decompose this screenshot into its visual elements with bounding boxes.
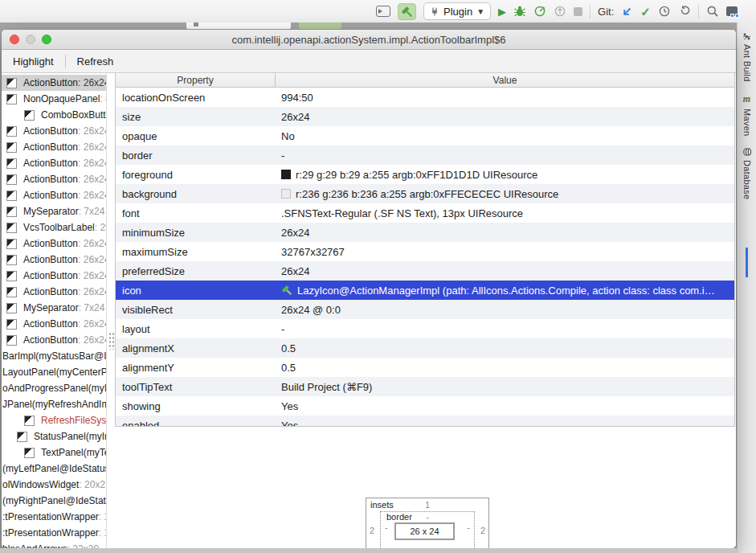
zoom-window-icon[interactable] (42, 35, 51, 44)
tool-window-maven[interactable]: m Maven (738, 93, 756, 137)
tree-item[interactable]: ActionButton: 26x24 (2, 155, 106, 171)
tree-item[interactable]: :tPresentationWrapper: 1 (2, 525, 106, 541)
tree-item[interactable]: JPanel(myRefreshAndIm (2, 396, 106, 412)
profiler-icon[interactable] (554, 5, 566, 18)
table-row[interactable]: alignmentY0.5 (116, 358, 734, 377)
tree-item[interactable]: NonOpaquePanel: 89 (2, 91, 106, 107)
debug-bug-icon[interactable] (513, 5, 526, 18)
component-node-icon (6, 239, 17, 249)
refresh-button[interactable]: Refresh (66, 50, 125, 72)
tree-item[interactable]: ActionButton: 26x24 (2, 187, 106, 203)
project-structure-icon[interactable] (726, 6, 738, 16)
border-bottom-value: - (381, 543, 474, 548)
tree-item-label: ComboBoxButton (41, 109, 106, 121)
table-row[interactable]: alignmentX0.5 (116, 338, 734, 358)
tree-item[interactable]: ActionButton: 26x24 (2, 252, 106, 268)
tool-window-database[interactable]: Database (738, 147, 756, 200)
table-row[interactable]: locationOnScreen994:50 (116, 88, 734, 107)
tree-item[interactable]: ActionButton: 26x24 (2, 123, 106, 139)
table-header: Property Value (116, 73, 734, 88)
table-row[interactable]: enabledYes (116, 416, 734, 426)
value-column-header[interactable]: Value (276, 73, 734, 87)
table-row[interactable]: preferredSize26x24 (116, 261, 734, 281)
tool-window-ant-build[interactable]: Ant Build (738, 32, 756, 82)
table-row[interactable]: showingYes (116, 396, 734, 416)
run-icon[interactable]: ▶ (498, 6, 506, 17)
table-row[interactable]: opaqueNo (116, 126, 734, 145)
tree-item[interactable]: ActionButton: 26x24 (2, 268, 106, 284)
scrollbar-grip-icon[interactable] (108, 332, 114, 350)
tree-item-label: (myLeftPanel@IdeStatus (2, 463, 106, 474)
title-bar[interactable]: com.intellij.openapi.actionSystem.impl.A… (2, 30, 736, 50)
table-row[interactable]: minimumSize26x24 (116, 223, 734, 242)
tree-item[interactable]: BarImpl(myStatusBar@Id (2, 348, 106, 364)
run-anything-icon[interactable] (376, 6, 390, 17)
property-name: alignmentY (116, 362, 276, 374)
highlight-button[interactable]: Highlight (2, 50, 65, 72)
tree-item-label: (myRightPanel@IdeStatu (2, 495, 106, 506)
rollback-undo-icon[interactable] (678, 5, 691, 18)
build-hammer-button[interactable] (398, 3, 416, 20)
tree-item[interactable]: (myLeftPanel@IdeStatus (2, 461, 106, 477)
property-name: toolTipText (116, 381, 276, 393)
tree-item[interactable]: blesAndArrows: 22x20 (2, 541, 106, 548)
table-row[interactable]: size26x24 (116, 107, 734, 126)
tree-item-label: ActionButton (23, 158, 78, 169)
tree-item[interactable]: ActionButton: 26x24 (2, 75, 106, 91)
tree-item[interactable]: oAndProgressPanel(myIn (2, 380, 106, 396)
table-row[interactable]: backgroundr:236 g:236 b:236 a:255 argb:0… (116, 184, 734, 203)
tree-item-size: : 26x24 (78, 318, 106, 330)
run-with-coverage-icon[interactable] (533, 5, 546, 18)
tree-item[interactable]: MySeparator: 7x24 @ (2, 300, 106, 316)
table-row[interactable]: maximumSize32767x32767 (116, 242, 734, 261)
property-name: alignmentX (116, 342, 276, 354)
property-value: 26x24 (276, 265, 734, 277)
window-controls (10, 35, 51, 44)
table-row[interactable]: layout- (116, 319, 734, 338)
tree-item[interactable]: ActionButton: 26x24 (2, 284, 106, 300)
property-column-header[interactable]: Property (116, 73, 276, 87)
tree-item[interactable]: ActionButton: 26x24 (2, 236, 106, 252)
close-window-icon[interactable] (10, 35, 19, 44)
table-row[interactable]: toolTipTextBuild Project (⌘F9) (116, 377, 734, 396)
search-icon[interactable] (706, 5, 719, 18)
component-size-box: 26 x 24 (394, 522, 455, 540)
tree-item-label: oAndProgressPanel(myIn (2, 383, 106, 394)
tree-item[interactable]: (myRightPanel@IdeStatu (2, 493, 106, 509)
tree-item[interactable]: ActionButton: 26x24 (2, 171, 106, 187)
tree-item[interactable]: LayoutPanel(myCenterPa (2, 364, 106, 380)
tree-item[interactable]: RefreshFileSystemIc (2, 412, 106, 428)
tree-item-size: : 7x24 @ (79, 302, 106, 313)
tree-item[interactable]: MySeparator: 7x24 @ (2, 203, 106, 219)
tool-window-label: Database (742, 160, 752, 200)
tree-item-size: : 7x24 @ (79, 206, 106, 217)
property-value: Build Project (⌘F9) (276, 381, 734, 393)
tree-item[interactable]: ComboBoxButton (2, 107, 106, 123)
update-project-icon[interactable] (621, 6, 633, 18)
minimize-window-icon (26, 35, 35, 44)
tree-item[interactable]: VcsToolbarLabel: 29 (2, 219, 106, 236)
table-row[interactable]: visibleRect26x24 @ 0:0 (116, 300, 734, 319)
run-configuration-select[interactable]: Plugin ▼ (423, 2, 491, 20)
tree-item-size: : 26x24 (78, 334, 106, 346)
commit-check-icon[interactable]: ✓ (640, 6, 651, 18)
component-node-icon (6, 142, 17, 153)
table-row[interactable]: foregroundr:29 g:29 b:29 a:255 argb:0xFF… (116, 165, 734, 184)
history-clock-icon[interactable] (658, 5, 671, 18)
tree-item[interactable]: :tPresentationWrapper: 1 (2, 509, 106, 525)
tree-item[interactable]: ActionButton: 26x24 (2, 332, 106, 348)
tree-item[interactable]: ActionButton: 26x24 (2, 139, 106, 155)
tree-item[interactable]: StatusPanel(myInfoP (2, 428, 106, 444)
table-row[interactable]: iconLazyIcon@ActionManagerImpl (path: Al… (116, 281, 734, 300)
tree-item[interactable]: ActionButton: 26x24 (2, 316, 106, 332)
table-row[interactable]: border- (116, 145, 734, 165)
tree-item-label: TextPanel(myTex (41, 447, 106, 458)
chevron-down-icon: ▼ (476, 7, 484, 16)
screen: Plugin ▼ ▶ Git: (0, 0, 756, 553)
tree-item[interactable]: olWindowsWidget: 20x2 (2, 477, 106, 493)
tree-scrollbar-gutter[interactable] (106, 73, 115, 548)
component-node-icon (6, 319, 17, 330)
tree-item[interactable]: TextPanel(myTex (2, 444, 106, 461)
component-tree[interactable]: ActionButton: 26x24NonOpaquePanel: 89Com… (2, 73, 106, 548)
table-row[interactable]: font.SFNSText-Regular (.SF NS Text), 13p… (116, 203, 734, 223)
